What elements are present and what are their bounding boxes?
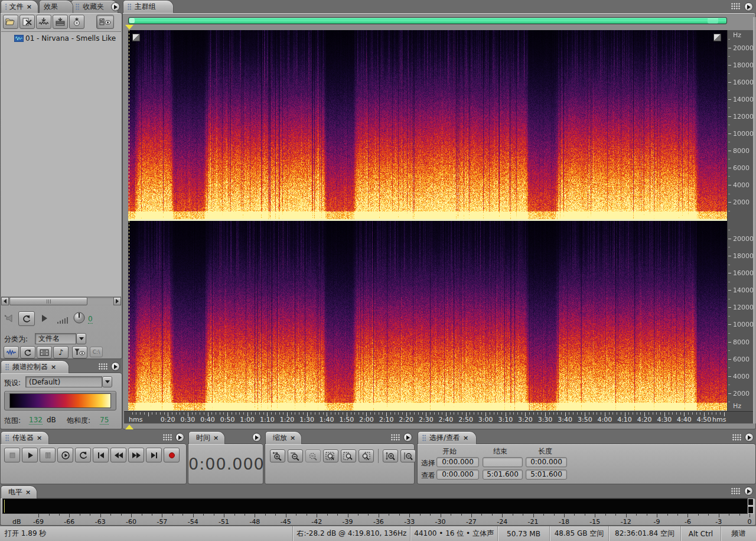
- view-start-field[interactable]: 0:00.000: [436, 470, 479, 480]
- panel-menu-button[interactable]: [111, 2, 120, 11]
- auto-play-volume-value[interactable]: 0: [88, 315, 93, 324]
- panel-menu-button[interactable]: [403, 433, 412, 442]
- record-button[interactable]: [164, 448, 180, 462]
- view-length-value: 5:01.600: [530, 470, 562, 478]
- close-tab-icon[interactable]: ×: [51, 364, 56, 370]
- rewind-button[interactable]: [110, 448, 126, 462]
- drive-button[interactable]: C:\: [90, 347, 103, 357]
- scroll-thumb[interactable]: [9, 297, 87, 305]
- close-tab-icon[interactable]: ×: [25, 490, 31, 496]
- spectral-gradient-bar: [9, 393, 111, 408]
- selection-end-field[interactable]: [483, 457, 523, 467]
- close-tab-icon[interactable]: ×: [27, 4, 32, 10]
- view-end-field[interactable]: 5:01.600: [483, 470, 523, 480]
- zoom-selection-left-button[interactable]: [341, 449, 356, 462]
- close-tab-icon[interactable]: ×: [37, 435, 42, 441]
- spectrogram-channel-left[interactable]: [128, 30, 727, 219]
- playhead-top-marker[interactable]: [125, 25, 133, 30]
- ruler-tick: [438, 412, 439, 415]
- tab-files[interactable]: 文件 ×: [1, 0, 38, 13]
- spectrogram-channel-right[interactable]: [128, 221, 727, 410]
- zoom-out-horizontal-button[interactable]: [288, 449, 303, 462]
- close-file-button[interactable]: [19, 15, 35, 29]
- range-value[interactable]: 132: [29, 416, 43, 425]
- clip-indicator-left[interactable]: [748, 498, 754, 506]
- ruler-tick: [581, 412, 582, 415]
- saturation-value[interactable]: 75: [100, 416, 109, 425]
- panel-menu-button[interactable]: [111, 362, 120, 371]
- frequency-axis[interactable]: Hz20000180001600014000120001000080006000…: [727, 30, 753, 411]
- zoom-in-vertical-button[interactable]: [383, 449, 398, 462]
- level-meter-bar[interactable]: [2, 498, 748, 514]
- scrollbar-right-cap[interactable]: [708, 18, 718, 24]
- playhead-bottom-marker[interactable]: [125, 425, 133, 429]
- panel-menu-button[interactable]: [745, 433, 754, 442]
- file-list-item[interactable]: 01 - Nirvana - Smells Like: [1, 34, 121, 43]
- sort-by-dropdown[interactable]: 文件名: [35, 333, 76, 344]
- go-to-beginning-button[interactable]: [93, 448, 109, 462]
- sort-by-dropdown-button[interactable]: [76, 333, 86, 344]
- pause-button[interactable]: [40, 448, 56, 462]
- panel-menu-button[interactable]: [252, 433, 261, 442]
- insert-into-multitrack-button[interactable]: [53, 15, 68, 29]
- tab-time[interactable]: 时间 ×: [188, 431, 225, 444]
- selection-length-field[interactable]: 0:00.000: [526, 457, 567, 467]
- preset-dropdown[interactable]: (Default): [25, 376, 102, 387]
- selection-start-field[interactable]: 0:00.000: [436, 457, 479, 467]
- show-midi-files-button[interactable]: ♪: [53, 346, 69, 359]
- selection-handle-top-left[interactable]: [132, 34, 140, 41]
- volume-bars-icon[interactable]: [57, 316, 70, 324]
- clip-indicator-right[interactable]: [748, 506, 754, 514]
- scroll-left-arrow[interactable]: [1, 297, 9, 305]
- playhead-line[interactable]: [129, 30, 129, 410]
- loop-playback-button[interactable]: [18, 311, 35, 326]
- show-loop-files-button[interactable]: [20, 346, 35, 359]
- auto-play-speaker-icon[interactable]: [4, 314, 16, 323]
- go-to-end-button[interactable]: [146, 448, 162, 462]
- show-options-button[interactable]: [96, 15, 114, 29]
- play-from-cursor-button[interactable]: [57, 448, 73, 462]
- zoom-out-vertical-button[interactable]: [400, 449, 416, 462]
- show-video-files-button[interactable]: [37, 346, 52, 359]
- tab-effects[interactable]: 效果: [39, 0, 73, 13]
- view-length-field[interactable]: 5:01.600: [526, 470, 567, 480]
- fast-forward-button[interactable]: [128, 448, 144, 462]
- filter-view-button[interactable]: [72, 346, 87, 359]
- show-audio-files-button[interactable]: [4, 346, 19, 359]
- close-tab-icon[interactable]: ×: [213, 435, 219, 441]
- time-ruler[interactable]: hms0:200:300:400:501:001:101:201:301:401…: [124, 411, 753, 423]
- volume-knob[interactable]: [73, 311, 86, 324]
- tab-spectral-controls[interactable]: 频谱控制器 ×: [1, 360, 69, 373]
- panel-menu-button[interactable]: [744, 2, 753, 11]
- scrollbar-left-cap[interactable]: [129, 18, 135, 23]
- preset-dropdown-button[interactable]: [102, 376, 112, 387]
- open-file-button[interactable]: [3, 15, 18, 29]
- zoom-out-full-button[interactable]: [305, 449, 321, 462]
- tab-zoom[interactable]: 缩放 ×: [265, 431, 302, 444]
- file-list-hscrollbar[interactable]: [1, 297, 121, 305]
- selection-handle-top-right[interactable]: [713, 34, 721, 41]
- status-display-mode[interactable]: 频谱: [721, 526, 756, 541]
- insert-into-cd-button[interactable]: [69, 15, 84, 29]
- stop-button[interactable]: [4, 448, 20, 462]
- zoom-selection-right-button[interactable]: [359, 449, 374, 462]
- play-button[interactable]: [22, 448, 38, 462]
- tab-main-group[interactable]: 主群组: [123, 0, 174, 13]
- tab-selection-view[interactable]: 选择/查看 ×: [418, 431, 477, 444]
- scroll-right-arrow[interactable]: [113, 297, 121, 305]
- close-tab-icon[interactable]: ×: [463, 435, 468, 441]
- zoom-in-horizontal-button[interactable]: [270, 449, 285, 462]
- timeline-scrollbar[interactable]: [128, 17, 727, 24]
- tab-transport[interactable]: 传送器 ×: [1, 431, 49, 444]
- import-file-button[interactable]: [36, 15, 51, 29]
- play-file-icon[interactable]: [42, 315, 47, 322]
- panel-menu-button[interactable]: [175, 433, 184, 442]
- meter-major-tick: [255, 514, 255, 517]
- time-display[interactable]: 0:00.000: [188, 455, 263, 473]
- zoom-to-selection-button[interactable]: [323, 449, 338, 462]
- close-tab-icon[interactable]: ×: [290, 435, 295, 441]
- spectral-gradient-frame[interactable]: [4, 391, 116, 410]
- tab-levels[interactable]: 电平 ×: [1, 485, 37, 498]
- panel-menu-button[interactable]: [744, 487, 753, 496]
- play-looped-button[interactable]: [75, 448, 91, 462]
